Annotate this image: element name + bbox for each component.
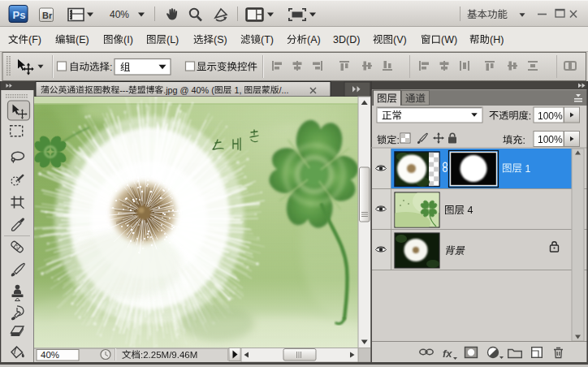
svg-text:1: 1	[522, 163, 530, 175]
svg-text:3D(D): 3D(D)	[333, 34, 360, 45]
svg-text:1,: 1,	[231, 85, 244, 95]
svg-text:(V): (V)	[393, 34, 407, 45]
svg-text:(W): (W)	[441, 34, 457, 45]
svg-text:(L): (L)	[166, 34, 179, 45]
svg-text::2.25M/9.46M: :2.25M/9.46M	[141, 350, 197, 360]
svg-text:(H): (H)	[490, 34, 504, 45]
svg-text:(S): (S)	[214, 34, 227, 45]
svg-text:(A): (A)	[307, 34, 321, 45]
svg-text:4: 4	[465, 205, 473, 216]
svg-text:100%: 100%	[538, 110, 563, 122]
svg-text:/...: /...	[279, 85, 289, 95]
svg-text::: :	[522, 135, 525, 146]
svg-text:(E): (E)	[76, 34, 89, 45]
svg-text:.jpg @ 40% (: .jpg @ 40% (	[163, 85, 214, 95]
svg-text:40%: 40%	[110, 9, 129, 20]
svg-text:100%: 100%	[538, 134, 563, 145]
svg-text::: :	[110, 62, 112, 73]
svg-text:(I): (I)	[123, 34, 133, 45]
svg-text:(T): (T)	[261, 34, 274, 45]
svg-text:(F): (F)	[28, 34, 41, 45]
svg-text::: :	[529, 110, 531, 122]
svg-text:Ps: Ps	[13, 9, 26, 21]
svg-text:Br: Br	[42, 11, 53, 20]
svg-text::: :	[396, 135, 399, 146]
svg-text:40%: 40%	[41, 350, 59, 360]
svg-text:---: ---	[119, 85, 128, 95]
svg-text:fx: fx	[443, 348, 452, 360]
